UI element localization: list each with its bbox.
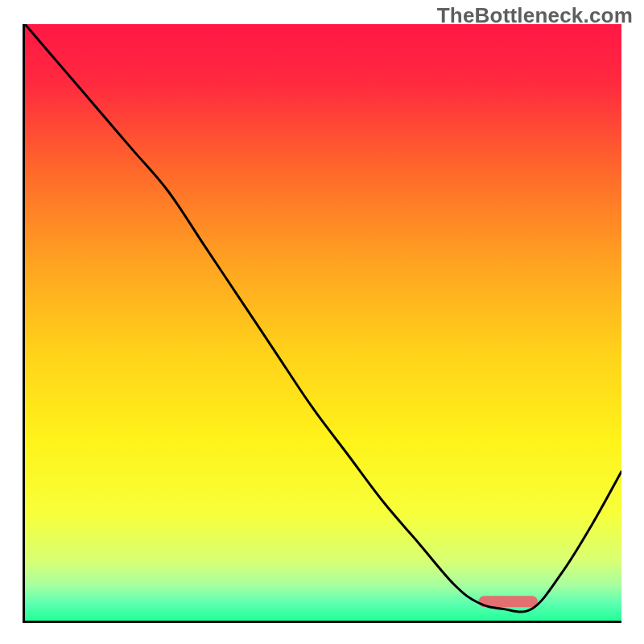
chart-frame: TheBottleneck.com bbox=[0, 0, 644, 644]
chart-svg bbox=[25, 24, 621, 621]
plot-area bbox=[23, 24, 621, 623]
gradient-background bbox=[25, 24, 621, 621]
